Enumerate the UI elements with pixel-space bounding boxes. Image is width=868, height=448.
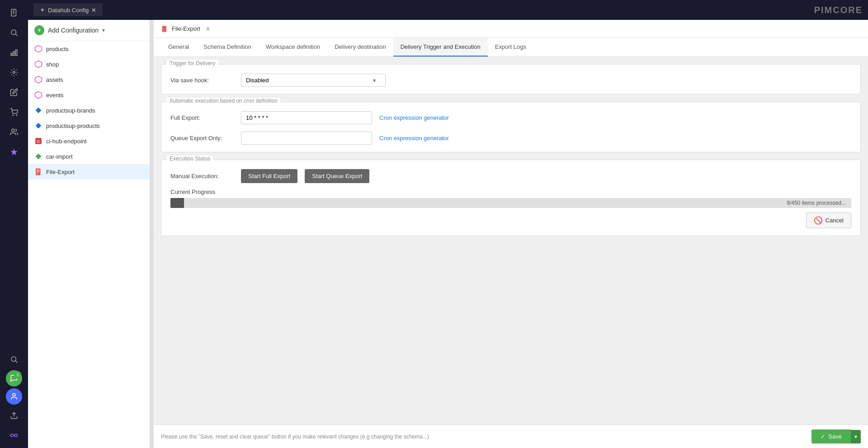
profile-bottom-icon[interactable] [6,388,22,405]
events-icon [34,91,42,99]
full-export-input[interactable] [241,111,372,124]
tab-workspace-definition[interactable]: Workspace definition [259,38,327,57]
svg-line-14 [15,361,17,363]
via-save-hook-select-wrapper: Disabled Enabled ▾ [241,74,386,87]
tab-general[interactable]: General [161,38,196,57]
sidebar-item-label-assets: assets [46,76,63,83]
sidebar-item-assets[interactable]: assets [28,72,150,87]
progress-bar-fill [170,198,184,208]
via-save-hook-select[interactable]: Disabled Enabled [241,74,386,87]
file-export-icon [34,168,42,176]
cron-section-title: Automatic execution based on cron defini… [167,98,280,104]
svg-point-15 [13,393,15,396]
users-icon[interactable] [5,123,23,141]
start-full-export-btn[interactable]: Start Full Export [241,169,297,183]
cancel-row: 🚫 Cancel [170,212,851,228]
cancel-btn[interactable]: 🚫 Cancel [806,212,851,228]
tab-delivery-trigger[interactable]: Delivery Trigger and Execution [393,38,488,57]
svg-marker-19 [35,76,42,83]
datahub-config-tab[interactable]: ✦ Datahub Config ✕ [33,4,103,16]
cart-icon[interactable] [5,103,23,121]
chat-badge-icon[interactable]: 1 [6,370,22,387]
datahub-tab-label: Datahub Config [48,7,89,14]
cancel-btn-label: Cancel [826,217,844,224]
svg-point-10 [13,115,14,116]
main-panel: File-Export ✕ General Schema Definition … [154,20,868,448]
assets-icon [34,75,42,84]
manual-execution-label: Manual Execution: [170,173,234,179]
execution-section: Execution Status Manual Execution: Start… [161,160,861,236]
car-import-icon [34,152,42,160]
save-btn-group: ✓ Save ▾ [811,429,861,443]
svg-rect-8 [16,50,17,56]
sidebar-header: + Add Configuration ▾ [28,20,150,41]
bottom-bar: Please use the "Save, reset and clear qu… [154,424,868,448]
queue-export-input[interactable] [241,132,372,145]
edit-icon[interactable] [5,83,23,101]
progress-label: Current Progress [170,189,851,195]
documents-icon[interactable] [5,4,23,22]
resize-handle[interactable]: ⋮ [150,20,154,448]
find-icon[interactable] [5,350,23,368]
file-export-tab-close[interactable]: ✕ [206,26,210,32]
svg-marker-18 [35,61,42,68]
panel-content: Trigger for Delivery Via save hook: Disa… [154,57,868,424]
svg-text:C: C [37,139,40,144]
tab-navigation: General Schema Definition Workspace defi… [154,38,868,57]
add-config-arrow[interactable]: ▾ [102,27,105,33]
save-btn[interactable]: ✓ Save [811,429,851,443]
productsup-products-icon [34,122,42,130]
progress-bar-container: 9/450 items processed... [170,198,851,208]
cron-section: Automatic execution based on cron defini… [161,102,861,152]
svg-rect-6 [11,53,12,56]
sidebar-item-shop[interactable]: shop [28,57,150,72]
search-icon[interactable] [5,24,23,42]
svg-marker-17 [35,46,42,52]
sidebar-item-products[interactable]: products [28,41,150,57]
sidebar-item-productsup-products[interactable]: productsup-products [28,118,150,133]
infinity-icon[interactable] [5,426,23,444]
datahub-icon[interactable] [5,143,23,161]
sidebar-item-label-car-import: car-import [46,153,73,160]
upload-icon[interactable] [5,406,23,424]
trigger-section-title: Trigger for Delivery [167,60,218,66]
analytics-icon[interactable] [5,43,23,61]
svg-point-12 [12,129,14,132]
datahub-tab-close[interactable]: ✕ [91,7,96,14]
svg-marker-25 [36,154,41,159]
products-icon [34,45,42,53]
svg-line-5 [15,34,17,36]
start-queue-export-btn[interactable]: Start Queue Export [305,169,369,183]
add-config-plus-btn[interactable]: + [34,25,44,35]
sidebar-item-label-products: products [46,46,69,52]
sidebar-item-car-import[interactable]: car-import [28,149,150,164]
sidebar-item-label-productsup-brands: productsup-brands [46,107,95,114]
sidebar-item-productsup-brands[interactable]: productsup-brands [28,103,150,118]
tab-schema-definition[interactable]: Schema Definition [196,38,259,57]
bottom-hint: Please use the "Save, reset and clear qu… [161,434,429,440]
sidebar-item-label-events: events [46,92,63,99]
save-dropdown-btn[interactable]: ▾ [851,430,861,443]
cron-link-2[interactable]: Cron expression generator [379,135,449,141]
sidebar: + Add Configuration ▾ products shop [28,20,150,448]
save-btn-label: Save [828,433,842,440]
svg-point-9 [13,71,15,74]
sidebar-item-file-export[interactable]: File-Export [28,164,150,179]
full-export-label: Full Export: [170,114,234,121]
cron-link-1[interactable]: Cron expression generator [379,114,449,121]
datahub-star-icon: ✦ [40,6,45,14]
sidebar-item-ci-hub-endpoint[interactable]: C ci-hub-endpoint [28,133,150,149]
icon-bar: 1 [0,0,28,448]
pimcore-logo: PIMCORE [814,5,863,15]
tab-delivery-destination[interactable]: Delivery destination [327,38,393,57]
svg-point-11 [16,115,17,116]
settings-icon[interactable] [5,63,23,81]
productsup-brands-icon [34,106,42,114]
sidebar-item-events[interactable]: events [28,87,150,103]
progress-section: Current Progress 9/450 items processed..… [170,189,851,208]
svg-point-4 [11,30,16,35]
file-export-tab-label: File-Export [172,25,200,32]
tab-export-logs[interactable]: Export Logs [488,38,533,57]
cancel-icon: 🚫 [814,216,823,225]
save-check-icon: ✓ [821,433,826,440]
